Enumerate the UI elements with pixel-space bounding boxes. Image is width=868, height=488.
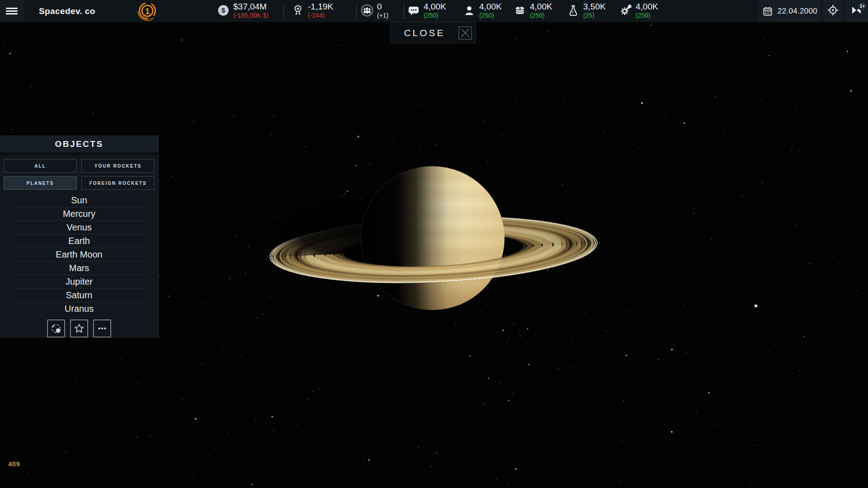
filter-foreign-rockets[interactable]: FOREIGN ROCKETS — [81, 176, 155, 190]
medal-icon — [292, 4, 304, 17]
orbit-icon — [50, 323, 62, 334]
stat-science[interactable]: 3,50K(25) — [567, 2, 606, 19]
filter-planets[interactable]: PLANETS — [4, 176, 77, 190]
objects-panel-header: OBJECTS — [0, 136, 158, 155]
time-skip-button[interactable]: 1+ — [844, 0, 868, 22]
skip-count-badge: 1+ — [858, 1, 867, 11]
objects-panel: OBJECTS ALLYOUR ROCKETSPLANETSFOREIGN RO… — [0, 136, 159, 338]
object-item-venus[interactable]: Venus — [0, 221, 158, 234]
object-item-earth[interactable]: Earth — [0, 235, 158, 248]
gear-wrench-icon — [619, 4, 632, 17]
stat-delta: (+1) — [377, 12, 388, 19]
tool-star-button[interactable] — [70, 319, 88, 338]
population-icon — [361, 4, 373, 17]
stat-engineering[interactable]: 4,00K(250) — [619, 2, 658, 19]
stat-delta: (250) — [530, 12, 552, 19]
object-item-earth-moon[interactable]: Earth Moon — [0, 248, 158, 261]
tool-orbit-button[interactable] — [47, 319, 65, 338]
app-title: Spacedev. co — [39, 0, 95, 22]
objects-tools-row — [0, 319, 158, 338]
stat-staff[interactable]: 4,00K(250) — [463, 2, 502, 19]
stat-value: 4,00K — [479, 2, 502, 12]
stat-money[interactable]: $$37,04M(-185,00K $) — [217, 2, 269, 19]
coins-icon: $ — [514, 4, 526, 17]
saturn-planet[interactable] — [361, 166, 505, 310]
version-number: 409 — [8, 460, 20, 468]
tool-ellipsis-button[interactable] — [93, 319, 111, 338]
hamburger-icon — [6, 6, 18, 16]
stat-value: -1,19K — [308, 2, 333, 12]
objects-filter-buttons: ALLYOUR ROCKETSPLANETSFOREIGN ROCKETS — [0, 155, 158, 192]
filter-all[interactable]: ALL — [4, 159, 77, 173]
chat-icon — [407, 4, 420, 17]
stat-delta: (-244) — [308, 12, 333, 19]
object-item-sun[interactable]: Sun — [0, 194, 158, 207]
stat-value: 4,00K — [530, 2, 552, 12]
objects-list: SunMercuryVenusEarthEarth MoonMarsJupite… — [0, 194, 158, 315]
close-panel[interactable]: CLOSE — [390, 22, 476, 43]
person-icon — [463, 4, 476, 17]
stat-delta: (250) — [479, 12, 502, 19]
calendar-icon — [762, 6, 773, 17]
object-item-jupiter[interactable]: Jupiter — [0, 275, 158, 288]
flask-icon — [567, 4, 580, 17]
stat-resources[interactable]: $4,00K(250) — [514, 2, 552, 19]
filter-your-rockets[interactable]: YOUR ROCKETS — [81, 159, 155, 173]
stat-delta: (250) — [424, 12, 446, 19]
stat-delta: (250) — [636, 12, 658, 19]
close-icon[interactable] — [458, 26, 472, 40]
stat-value: 4,00K — [636, 2, 658, 12]
level-badge[interactable]: 1 — [137, 0, 158, 23]
date-display[interactable]: 22.04.2000 — [759, 0, 821, 22]
stat-population[interactable]: 0(+1) — [361, 2, 388, 19]
stat-separator — [283, 3, 284, 19]
stat-rating[interactable]: -1,19K(-244) — [292, 2, 333, 19]
close-button-label[interactable]: CLOSE — [391, 28, 458, 38]
date-text: 22.04.2000 — [778, 7, 817, 16]
dollar-coin-icon: $ — [217, 4, 230, 17]
ellipsis-icon — [96, 323, 108, 334]
stat-value: 4,00K — [424, 2, 446, 12]
crosshair-icon — [827, 4, 839, 18]
stat-value: $37,04M — [233, 2, 269, 12]
object-item-mars[interactable]: Mars — [0, 262, 158, 275]
objects-panel-title: OBJECTS — [55, 139, 103, 149]
stat-delta: (25) — [583, 12, 606, 19]
star-icon — [73, 323, 85, 334]
svg-text:$: $ — [222, 6, 226, 14]
object-item-mercury[interactable]: Mercury — [0, 207, 158, 221]
top-bar: Spacedev. co 1 $$37,04M(-185,00K $)-1,19… — [0, 0, 868, 22]
svg-text:$: $ — [519, 6, 521, 10]
stat-delta: (-185,00K $) — [233, 12, 269, 19]
locate-button[interactable] — [822, 0, 843, 22]
object-item-saturn[interactable]: Saturn — [0, 289, 158, 302]
stat-comms[interactable]: 4,00K(250) — [407, 2, 446, 19]
stat-separator — [404, 3, 404, 19]
object-item-uranus[interactable]: Uranus — [0, 302, 158, 315]
level-number: 1 — [145, 6, 150, 16]
stat-separator — [356, 3, 357, 19]
menu-button[interactable] — [0, 0, 24, 22]
stat-value: 0 — [377, 2, 388, 12]
stat-value: 3,50K — [583, 2, 606, 12]
